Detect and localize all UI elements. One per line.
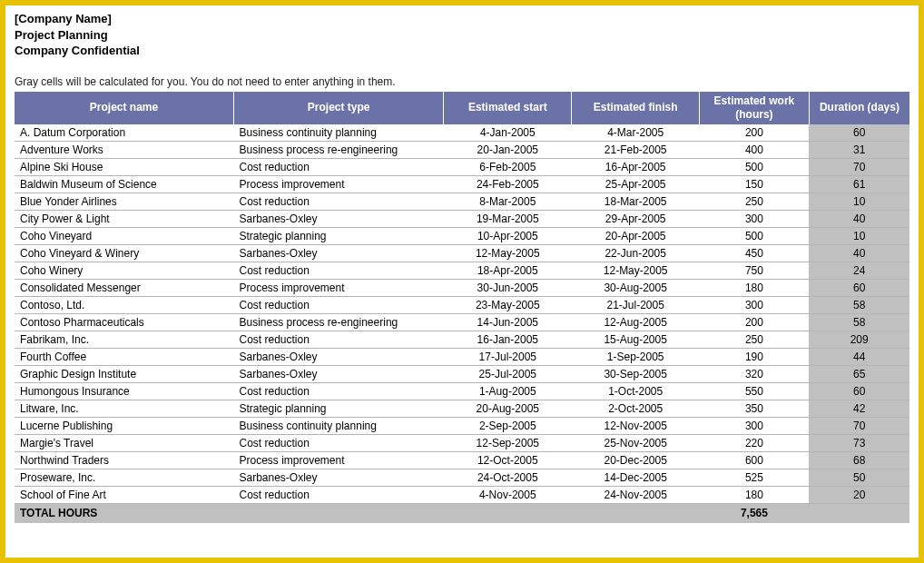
cell-project-name[interactable]: Adventure Works: [15, 141, 233, 158]
cell-project-name[interactable]: Coho Vineyard & Winery: [15, 244, 233, 262]
cell-est-work[interactable]: 550: [700, 382, 810, 400]
cell-project-name[interactable]: Litware, Inc.: [15, 400, 233, 417]
cell-duration[interactable]: 40: [809, 210, 909, 227]
cell-project-type[interactable]: Cost reduction: [233, 434, 443, 451]
cell-project-type[interactable]: Cost reduction: [233, 486, 443, 503]
table-row[interactable]: Contoso, Ltd.Cost reduction23-May-200521…: [15, 296, 909, 313]
cell-project-type[interactable]: Business continuity planning: [233, 417, 443, 434]
cell-est-work[interactable]: 190: [700, 348, 810, 365]
cell-est-finish[interactable]: 30-Aug-2005: [572, 279, 700, 296]
cell-project-type[interactable]: Sarbanes-Oxley: [233, 348, 443, 365]
cell-est-work[interactable]: 180: [700, 279, 810, 296]
table-row[interactable]: Coho VineyardStrategic planning10-Apr-20…: [15, 227, 909, 244]
cell-est-finish[interactable]: 30-Sep-2005: [572, 365, 700, 382]
cell-est-finish[interactable]: 1-Sep-2005: [572, 348, 700, 365]
col-project-type[interactable]: Project type: [233, 92, 443, 124]
col-est-start[interactable]: Estimated start: [444, 92, 572, 124]
cell-est-finish[interactable]: 29-Apr-2005: [572, 210, 700, 227]
cell-est-finish[interactable]: 12-May-2005: [572, 262, 700, 279]
cell-project-name[interactable]: Baldwin Museum of Science: [15, 175, 233, 193]
cell-duration[interactable]: 70: [809, 158, 909, 175]
cell-project-type[interactable]: Cost reduction: [233, 331, 443, 348]
cell-project-name[interactable]: Consolidated Messenger: [15, 279, 233, 296]
cell-est-finish[interactable]: 12-Aug-2005: [572, 313, 700, 331]
table-row[interactable]: Fourth CoffeeSarbanes-Oxley17-Jul-20051-…: [15, 348, 909, 365]
cell-duration[interactable]: 42: [809, 400, 909, 417]
cell-est-start[interactable]: 14-Jun-2005: [444, 313, 572, 331]
table-row[interactable]: Fabrikam, Inc.Cost reduction16-Jan-20051…: [15, 331, 909, 348]
cell-est-finish[interactable]: 21-Feb-2005: [572, 141, 700, 158]
table-row[interactable]: Humongous InsuranceCost reduction1-Aug-2…: [15, 382, 909, 400]
cell-est-work[interactable]: 500: [700, 227, 810, 244]
table-row[interactable]: Coho Vineyard & WinerySarbanes-Oxley12-M…: [15, 244, 909, 262]
cell-project-name[interactable]: Blue Yonder Airlines: [15, 193, 233, 210]
table-row[interactable]: Litware, Inc.Strategic planning20-Aug-20…: [15, 400, 909, 417]
cell-duration[interactable]: 44: [809, 348, 909, 365]
cell-est-finish[interactable]: 22-Jun-2005: [572, 244, 700, 262]
col-est-work[interactable]: Estimated work (hours): [700, 92, 810, 124]
table-row[interactable]: Graphic Design InstituteSarbanes-Oxley25…: [15, 365, 909, 382]
table-row[interactable]: Blue Yonder AirlinesCost reduction8-Mar-…: [15, 193, 909, 210]
cell-est-start[interactable]: 23-May-2005: [444, 296, 572, 313]
cell-duration[interactable]: 40: [809, 244, 909, 262]
cell-project-type[interactable]: Business continuity planning: [233, 124, 443, 142]
cell-est-finish[interactable]: 12-Nov-2005: [572, 417, 700, 434]
cell-est-work[interactable]: 250: [700, 193, 810, 210]
cell-project-type[interactable]: Process improvement: [233, 175, 443, 193]
cell-project-type[interactable]: Process improvement: [233, 451, 443, 469]
cell-duration[interactable]: 73: [809, 434, 909, 451]
cell-duration[interactable]: 60: [809, 124, 909, 142]
cell-est-start[interactable]: 19-Mar-2005: [444, 210, 572, 227]
cell-est-start[interactable]: 16-Jan-2005: [444, 331, 572, 348]
cell-est-work[interactable]: 400: [700, 141, 810, 158]
cell-est-finish[interactable]: 16-Apr-2005: [572, 158, 700, 175]
table-row[interactable]: Coho WineryCost reduction18-Apr-200512-M…: [15, 262, 909, 279]
cell-est-finish[interactable]: 21-Jul-2005: [572, 296, 700, 313]
cell-est-start[interactable]: 12-May-2005: [444, 244, 572, 262]
table-row[interactable]: Proseware, Inc.Sarbanes-Oxley24-Oct-2005…: [15, 469, 909, 486]
cell-project-type[interactable]: Business process re-engineering: [233, 313, 443, 331]
col-est-finish[interactable]: Estimated finish: [572, 92, 700, 124]
cell-project-name[interactable]: A. Datum Corporation: [15, 124, 233, 142]
cell-project-name[interactable]: Contoso Pharmaceuticals: [15, 313, 233, 331]
table-row[interactable]: A. Datum CorporationBusiness continuity …: [15, 124, 909, 142]
cell-duration[interactable]: 68: [809, 451, 909, 469]
cell-duration[interactable]: 50: [809, 469, 909, 486]
cell-project-type[interactable]: Cost reduction: [233, 296, 443, 313]
cell-est-start[interactable]: 10-Apr-2005: [444, 227, 572, 244]
cell-project-name[interactable]: Lucerne Publishing: [15, 417, 233, 434]
cell-est-start[interactable]: 12-Oct-2005: [444, 451, 572, 469]
cell-duration[interactable]: 58: [809, 313, 909, 331]
col-duration[interactable]: Duration (days): [809, 92, 909, 124]
cell-project-type[interactable]: Sarbanes-Oxley: [233, 469, 443, 486]
cell-est-finish[interactable]: 14-Dec-2005: [572, 469, 700, 486]
cell-project-type[interactable]: Cost reduction: [233, 262, 443, 279]
cell-project-type[interactable]: Sarbanes-Oxley: [233, 365, 443, 382]
cell-project-type[interactable]: Strategic planning: [233, 227, 443, 244]
cell-project-name[interactable]: Fabrikam, Inc.: [15, 331, 233, 348]
cell-duration[interactable]: 65: [809, 365, 909, 382]
table-row[interactable]: Northwind TradersProcess improvement12-O…: [15, 451, 909, 469]
cell-est-finish[interactable]: 25-Nov-2005: [572, 434, 700, 451]
cell-est-start[interactable]: 8-Mar-2005: [444, 193, 572, 210]
cell-project-type[interactable]: Process improvement: [233, 279, 443, 296]
cell-project-name[interactable]: Fourth Coffee: [15, 348, 233, 365]
cell-project-name[interactable]: School of Fine Art: [15, 486, 233, 503]
cell-est-start[interactable]: 30-Jun-2005: [444, 279, 572, 296]
cell-duration[interactable]: 10: [809, 227, 909, 244]
cell-project-name[interactable]: Humongous Insurance: [15, 382, 233, 400]
cell-est-work[interactable]: 350: [700, 400, 810, 417]
cell-est-start[interactable]: 6-Feb-2005: [444, 158, 572, 175]
cell-project-name[interactable]: Contoso, Ltd.: [15, 296, 233, 313]
cell-project-name[interactable]: Coho Winery: [15, 262, 233, 279]
cell-project-name[interactable]: Proseware, Inc.: [15, 469, 233, 486]
cell-est-start[interactable]: 24-Oct-2005: [444, 469, 572, 486]
cell-duration[interactable]: 10: [809, 193, 909, 210]
cell-duration[interactable]: 70: [809, 417, 909, 434]
cell-est-start[interactable]: 17-Jul-2005: [444, 348, 572, 365]
cell-est-finish[interactable]: 4-Mar-2005: [572, 124, 700, 142]
col-project-name[interactable]: Project name: [15, 92, 233, 124]
cell-est-start[interactable]: 1-Aug-2005: [444, 382, 572, 400]
cell-est-start[interactable]: 2-Sep-2005: [444, 417, 572, 434]
cell-project-type[interactable]: Cost reduction: [233, 193, 443, 210]
